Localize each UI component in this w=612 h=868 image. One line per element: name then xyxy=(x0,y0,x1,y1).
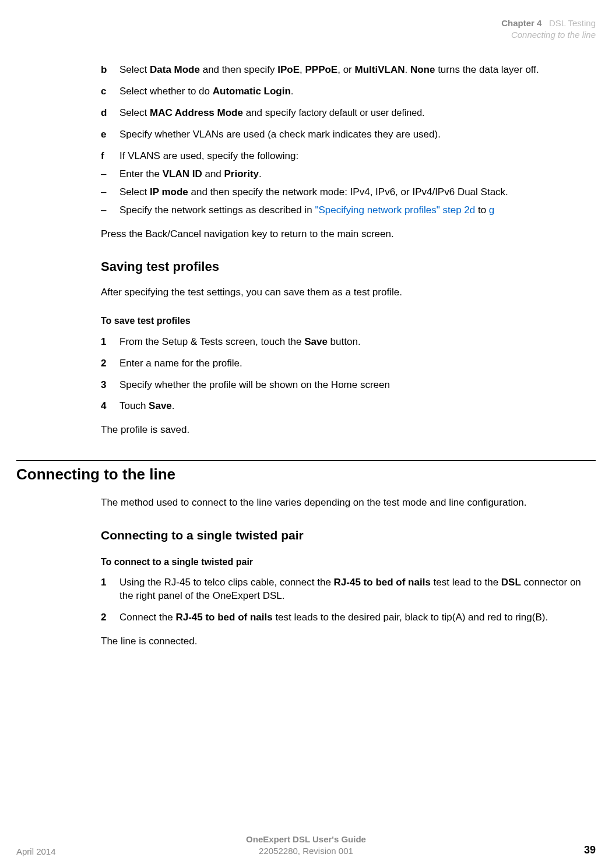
page-number: 39 xyxy=(403,844,596,856)
substep-3: – Specify the network settings as descri… xyxy=(101,204,596,217)
para-back-cancel: Press the Back/Cancel navigation key to … xyxy=(101,228,596,241)
step-f: f If VLANS are used, specify the followi… xyxy=(101,150,596,163)
step-f-text: If VLANS are used, specify the following… xyxy=(119,150,596,163)
marker-f: f xyxy=(101,150,119,163)
marker-e: e xyxy=(101,128,119,142)
step-d-text: Select MAC Address Mode and specify fact… xyxy=(119,107,596,120)
substep-1-text: Enter the VLAN ID and Priority. xyxy=(119,168,596,181)
save-step-3-text: Specify whether the profile will be show… xyxy=(119,379,596,392)
marker-c2: 2 xyxy=(101,611,119,624)
step-d: d Select MAC Address Mode and specify fa… xyxy=(101,107,596,120)
step-b-text: Select Data Mode and then specify IPoE, … xyxy=(119,63,596,77)
dash-icon: – xyxy=(101,186,119,199)
save-step-4-text: Touch Save. xyxy=(119,400,596,413)
dash-icon: – xyxy=(101,168,119,181)
page-footer: April 2014 OneExpert DSL User's Guide 22… xyxy=(16,834,596,856)
page-header: Chapter 4 DSL Testing Connecting to the … xyxy=(16,17,596,40)
connect-step-1-text: Using the RJ-45 to telco clips cable, co… xyxy=(119,576,596,603)
marker-c: c xyxy=(101,85,119,98)
save-step-1: 1 From the Setup & Tests screen, touch t… xyxy=(101,336,596,349)
connect-step-1: 1 Using the RJ-45 to telco clips cable, … xyxy=(101,576,596,603)
subhead-to-save: To save test profiles xyxy=(101,315,596,327)
save-step-2-text: Enter a name for the profile. xyxy=(119,357,596,371)
step-e-text: Specify whether VLANs are used (a check … xyxy=(119,128,596,142)
link-step-g[interactable]: g xyxy=(489,204,494,216)
dash-icon: – xyxy=(101,204,119,217)
marker-d: d xyxy=(101,107,119,120)
heading-connecting: Connecting to the line xyxy=(16,460,596,485)
footer-date: April 2014 xyxy=(16,846,209,856)
marker-1: 1 xyxy=(101,336,119,349)
header-section: Connecting to the line xyxy=(511,30,596,40)
connect-step-2-text: Connect the RJ-45 to bed of nails test l… xyxy=(119,611,596,624)
subhead-to-connect: To connect to a single twisted pair xyxy=(101,556,596,569)
substep-2-text: Select IP mode and then specify the netw… xyxy=(119,186,596,199)
connect-step-2: 2 Connect the RJ-45 to bed of nails test… xyxy=(101,611,596,624)
save-step-4: 4 Touch Save. xyxy=(101,400,596,413)
marker-2: 2 xyxy=(101,357,119,371)
heading-single-pair: Connecting to a single twisted pair xyxy=(101,527,596,544)
marker-b: b xyxy=(101,63,119,77)
connecting-outro: The line is connected. xyxy=(101,635,596,648)
page-content: b Select Data Mode and then specify IPoE… xyxy=(101,63,596,648)
footer-center: OneExpert DSL User's Guide 22052280, Rev… xyxy=(209,834,402,856)
link-network-profiles[interactable]: "Specifying network profiles" step 2d xyxy=(315,204,475,216)
saving-intro: After specifying the test settings, you … xyxy=(101,286,596,299)
chapter-title: DSL Testing xyxy=(544,18,596,28)
footer-revision: 22052280, Revision 001 xyxy=(259,846,353,856)
substep-1: – Enter the VLAN ID and Priority. xyxy=(101,168,596,181)
step-e: e Specify whether VLANs are used (a chec… xyxy=(101,128,596,142)
saving-outro: The profile is saved. xyxy=(101,424,596,437)
save-step-3: 3 Specify whether the profile will be sh… xyxy=(101,379,596,392)
save-step-1-text: From the Setup & Tests screen, touch the… xyxy=(119,336,596,349)
step-c-text: Select whether to do Automatic Login. xyxy=(119,85,596,98)
step-c: c Select whether to do Automatic Login. xyxy=(101,85,596,98)
substep-3-text: Specify the network settings as describe… xyxy=(119,204,596,217)
footer-guide-title: OneExpert DSL User's Guide xyxy=(246,834,366,844)
step-b: b Select Data Mode and then specify IPoE… xyxy=(101,63,596,77)
connecting-intro: The method used to connect to the line v… xyxy=(101,496,596,510)
chapter-number: Chapter 4 xyxy=(501,18,541,28)
marker-3: 3 xyxy=(101,379,119,392)
save-step-2: 2 Enter a name for the profile. xyxy=(101,357,596,371)
heading-saving-profiles: Saving test profiles xyxy=(101,258,596,276)
substep-2: – Select IP mode and then specify the ne… xyxy=(101,186,596,199)
marker-c1: 1 xyxy=(101,576,119,603)
marker-4: 4 xyxy=(101,400,119,413)
